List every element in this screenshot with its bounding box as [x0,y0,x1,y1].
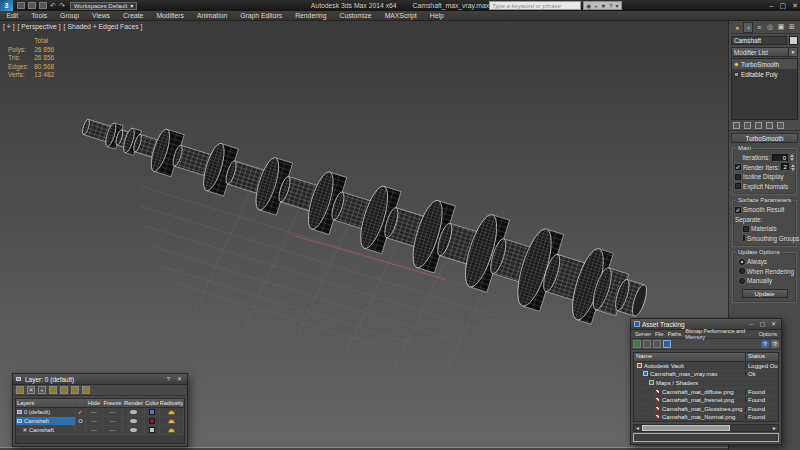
render-iters-checkbox[interactable]: ✓ [735,164,741,170]
display-tab-icon[interactable]: ▣ [776,22,786,33]
vault-login-icon[interactable] [633,340,641,348]
menu-server[interactable]: Server [633,331,653,337]
new-layer-icon[interactable] [16,386,24,394]
refresh-icon[interactable] [653,340,661,348]
isoline-display-checkbox[interactable] [735,174,741,180]
menu-help[interactable]: Help [423,11,450,21]
redo-icon[interactable]: ↷ [59,1,65,10]
motion-tab-icon[interactable]: ◎ [765,22,775,33]
chevron-down-icon[interactable]: ▾ [616,2,619,9]
asset-row-maxfile[interactable]: Camshaft_max_vray.max Ok [634,371,778,380]
smoothing-groups-checkbox[interactable] [743,235,745,241]
layer-row-camshaft-object[interactable]: Camshaft — — [16,426,184,435]
menu-tools[interactable]: Tools [25,11,54,21]
object-color-swatch[interactable] [789,36,798,45]
menu-rendering[interactable]: Rendering [289,11,333,21]
hide-toggle[interactable]: — [86,426,103,434]
layer-titlebar[interactable]: Layer: 0 (default) ? ✕ [13,374,187,385]
menu-bitmap-performance[interactable]: Bitmap Performance and Memory [683,328,756,340]
current-layer-mark[interactable] [76,426,86,434]
manually-radio[interactable] [739,278,745,284]
layer-color-swatch[interactable] [145,417,160,425]
close-button[interactable]: ✕ [792,0,798,11]
delete-layer-icon[interactable]: ✕ [27,386,35,394]
update-button[interactable]: Update [742,289,788,298]
subscription-icon[interactable]: + [594,3,598,9]
menu-animation[interactable]: Animation [190,11,233,21]
viewport-menu-plus[interactable]: [ + ] [3,23,15,30]
show-end-result-icon[interactable] [744,122,751,129]
favorites-icon[interactable]: ★ [601,2,606,9]
column-render[interactable]: Render [123,399,145,407]
column-layers[interactable]: Layers [16,399,76,407]
materials-checkbox[interactable] [743,226,749,232]
remove-modifier-icon[interactable] [766,122,773,129]
hide-toggle-icon[interactable] [71,386,79,394]
menu-graph-editors[interactable]: Graph Editors [234,11,289,21]
asset-row-maps[interactable]: Maps / Shaders [634,379,778,388]
column-hide[interactable]: Hide [86,399,103,407]
asset-table-header[interactable]: Name Status [634,353,778,362]
asset-row-texture[interactable]: Camshaft_mat_fresnel.png Found [634,396,778,405]
asset-row-texture[interactable]: Camshaft_mat_diffuse.png Found [634,388,778,397]
menu-modifiers[interactable]: Modifiers [150,11,191,21]
make-unique-icon[interactable] [755,122,762,129]
always-radio[interactable] [739,259,745,265]
freeze-toggle-icon[interactable] [82,386,90,394]
radiosity-toggle[interactable] [160,417,184,425]
add-to-layer-icon[interactable]: + [38,386,46,394]
utilities-tab-icon[interactable]: ⊞ [787,22,797,33]
select-highlighted-icon[interactable] [49,386,57,394]
maximize-button[interactable]: ▢ [758,319,767,329]
search-input[interactable]: Type a keyword or phrase [489,1,581,10]
column-radiosity[interactable]: Radiosity [160,399,184,407]
object-name-field[interactable]: Camshaft [731,36,787,45]
current-layer-mark[interactable]: O [76,417,86,425]
object-color-swatch[interactable] [145,426,160,434]
camshaft-model[interactable] [72,88,657,341]
render-iters-field[interactable]: 2 [781,163,788,171]
open-file-icon[interactable] [28,2,36,9]
freeze-toggle[interactable]: — [103,408,123,416]
working-folder-icon[interactable] [643,340,651,348]
render-toggle[interactable] [123,426,145,434]
save-file-icon[interactable] [39,2,47,9]
viewport-menu-shading[interactable]: [ Shaded + Edged Faces ] [64,23,143,30]
menu-edit[interactable]: Edit [0,11,25,21]
radiosity-toggle[interactable] [160,426,184,434]
column-current[interactable] [76,399,86,407]
hide-toggle[interactable]: — [86,417,103,425]
current-layer-mark[interactable]: ✓ [76,408,86,416]
search-icon[interactable]: ◉ [586,2,591,9]
smooth-result-checkbox[interactable]: ✓ [735,207,741,213]
context-help-icon[interactable]: ? [771,340,779,348]
table-view-icon[interactable] [663,340,671,348]
column-color[interactable]: Color [145,399,160,407]
stack-item-editable-poly[interactable]: Editable Poly [732,69,797,79]
asset-row-texture[interactable]: Camshaft_mat_Glossines.png Found [634,405,778,414]
modifier-enabled-icon[interactable] [734,62,739,67]
freeze-toggle[interactable]: — [103,426,123,434]
modifier-list-dropdown[interactable]: Modifier List ▼ [731,47,798,57]
iterations-spinner[interactable] [790,154,794,161]
menu-group[interactable]: Group [54,11,86,21]
render-toggle[interactable] [123,408,145,416]
menu-paths[interactable]: Paths [665,331,683,337]
asset-row-texture[interactable]: Camshaft_mat_Normal.png Found [634,414,778,422]
scroll-left-icon[interactable]: ◄ [634,425,641,431]
stack-item-turbosmooth[interactable]: TurboSmooth [732,59,797,69]
workspace-dropdown[interactable]: Workspaces Default ▾ [70,2,138,10]
column-status[interactable]: Status [745,353,778,361]
menu-maxscript[interactable]: MAXScript [378,11,423,21]
help-icon[interactable]: ? [761,340,769,348]
menu-customize[interactable]: Customize [333,11,378,21]
hide-toggle[interactable]: — [86,408,103,416]
explicit-normals-checkbox[interactable] [735,183,741,189]
menu-views[interactable]: Views [85,11,116,21]
configure-modifier-sets-icon[interactable] [777,122,784,129]
close-button[interactable]: ✕ [769,319,778,329]
maximize-button[interactable]: ▢ [780,0,787,11]
freeze-toggle[interactable]: — [103,417,123,425]
close-button[interactable]: ✕ [175,374,184,384]
viewport-menu-view[interactable]: [ Perspective ] [18,23,61,30]
